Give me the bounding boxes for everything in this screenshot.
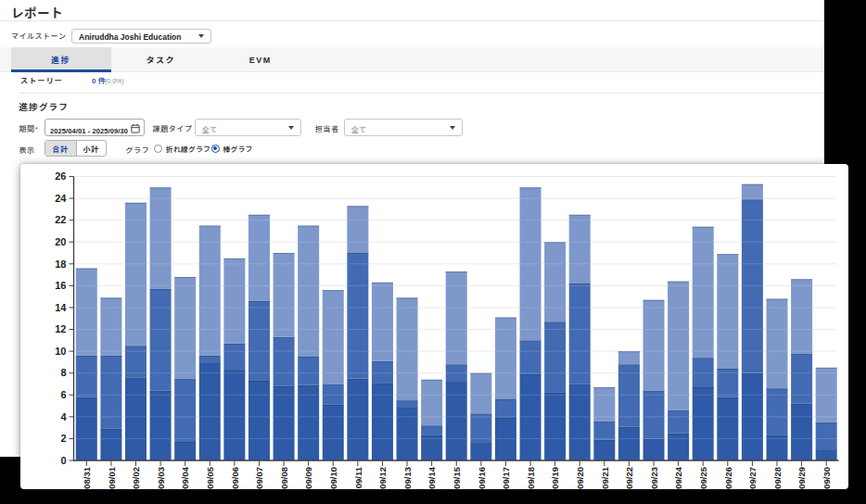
bar-segment[interactable]: [397, 297, 418, 400]
bar-segment[interactable]: [742, 199, 763, 372]
bar-segment[interactable]: [742, 183, 763, 199]
bar-segment[interactable]: [248, 214, 270, 300]
bar-segment[interactable]: [717, 397, 738, 460]
milestone-select[interactable]: Aniruddha Joshi Education: [71, 29, 211, 44]
bar-segment[interactable]: [421, 435, 442, 460]
tab-task[interactable]: タスク: [111, 47, 211, 71]
bar-segment[interactable]: [470, 443, 491, 460]
bar-segment[interactable]: [791, 279, 812, 353]
bar-segment[interactable]: [199, 225, 221, 355]
bar-segment[interactable]: [323, 384, 344, 404]
bar-segment[interactable]: [223, 370, 245, 460]
bar-segment[interactable]: [520, 373, 541, 460]
bar-segment[interactable]: [791, 403, 812, 460]
subtotal-toggle-button[interactable]: 小計: [76, 141, 107, 156]
bar-segment[interactable]: [520, 340, 541, 374]
bar-segment[interactable]: [298, 357, 319, 385]
bar-graph-radio[interactable]: 棒グラフ: [211, 140, 253, 157]
bar-segment[interactable]: [274, 336, 295, 385]
bar-segment[interactable]: [347, 206, 368, 253]
bar-segment[interactable]: [593, 421, 615, 439]
bar-segment[interactable]: [347, 378, 368, 460]
bar-segment[interactable]: [446, 382, 467, 460]
bar-segment[interactable]: [397, 407, 418, 460]
bar-segment[interactable]: [569, 384, 591, 460]
bar-segment[interactable]: [174, 276, 196, 378]
bar-segment[interactable]: [397, 400, 418, 407]
bar-segment[interactable]: [767, 388, 788, 435]
bar-segment[interactable]: [150, 288, 172, 390]
bar-segment[interactable]: [76, 355, 97, 397]
bar-segment[interactable]: [495, 418, 516, 460]
bar-segment[interactable]: [668, 433, 689, 460]
bar-segment[interactable]: [693, 226, 714, 357]
line-graph-radio[interactable]: 折れ線グラフ: [154, 140, 210, 157]
bar-segment[interactable]: [643, 299, 665, 390]
story-count-link[interactable]: 0 件: [92, 75, 106, 85]
bar-segment[interactable]: [100, 297, 121, 355]
bar-segment[interactable]: [593, 387, 615, 422]
bar-segment[interactable]: [372, 282, 393, 360]
bar-segment[interactable]: [76, 268, 97, 355]
bar-segment[interactable]: [569, 214, 591, 283]
bar-segment[interactable]: [544, 392, 566, 460]
bar-segment[interactable]: [199, 355, 221, 362]
bar-segment[interactable]: [618, 426, 640, 460]
y-tick-label: 0: [60, 454, 66, 465]
bar-segment[interactable]: [421, 425, 442, 435]
bar-segment[interactable]: [76, 397, 97, 460]
y-tick-label: 18: [55, 258, 66, 269]
bar-segment[interactable]: [816, 449, 837, 460]
bar-segment[interactable]: [372, 360, 393, 383]
progress-bar-chart[interactable]: 0246810121416182022242608/3109/0109/0209…: [20, 164, 848, 490]
bar-segment[interactable]: [274, 385, 295, 460]
bar-segment[interactable]: [668, 281, 689, 410]
bar-segment[interactable]: [618, 364, 640, 426]
assignee-select[interactable]: 全て: [344, 119, 463, 136]
bar-segment-edge: [693, 387, 714, 388]
bar-segment[interactable]: [100, 355, 121, 428]
bar-segment[interactable]: [248, 300, 270, 380]
bar-segment[interactable]: [618, 351, 640, 364]
bar-segment[interactable]: [174, 378, 196, 441]
bar-segment[interactable]: [150, 390, 172, 460]
bar-segment[interactable]: [174, 441, 196, 460]
bar-segment[interactable]: [421, 379, 442, 425]
bar-segment-edge: [816, 422, 837, 422]
bar-segment[interactable]: [470, 372, 491, 413]
bar-segment[interactable]: [100, 428, 121, 460]
bar-segment[interactable]: [223, 258, 245, 343]
bar-segment[interactable]: [693, 387, 714, 460]
bar-segment[interactable]: [693, 358, 714, 387]
bar-segment[interactable]: [298, 384, 319, 460]
bar-segment[interactable]: [347, 253, 368, 379]
bar-segment[interactable]: [323, 290, 344, 384]
bar-segment[interactable]: [199, 363, 221, 460]
bar-segment[interactable]: [544, 321, 566, 393]
bar-segment[interactable]: [816, 422, 837, 448]
issue-type-select[interactable]: 全て: [195, 119, 301, 136]
period-date-input[interactable]: 2025/04/01 - 2025/09/30: [45, 119, 145, 136]
bar-segment[interactable]: [323, 404, 344, 460]
bar-segment[interactable]: [593, 439, 615, 460]
bar-segment[interactable]: [643, 390, 665, 438]
bar-segment[interactable]: [767, 435, 788, 460]
bar-segment[interactable]: [767, 298, 788, 388]
bar-segment[interactable]: [248, 380, 270, 460]
bar-segment[interactable]: [125, 202, 146, 345]
total-toggle-button[interactable]: 合計: [45, 141, 76, 156]
bar-segment[interactable]: [495, 398, 516, 417]
bar-segment[interactable]: [668, 410, 689, 433]
bar-segment[interactable]: [569, 284, 591, 384]
bar-segment-edge: [125, 202, 146, 203]
bar-segment[interactable]: [125, 377, 146, 460]
tab-evm[interactable]: EVM: [210, 47, 311, 71]
bar-segment[interactable]: [544, 242, 566, 321]
bar-segment[interactable]: [223, 343, 245, 369]
bar-segment[interactable]: [274, 253, 295, 337]
bar-segment[interactable]: [791, 353, 812, 403]
bar-segment[interactable]: [298, 225, 319, 356]
bar-segment[interactable]: [643, 438, 665, 460]
bar-segment[interactable]: [150, 187, 172, 289]
tab-progress[interactable]: 進捗: [11, 47, 111, 71]
